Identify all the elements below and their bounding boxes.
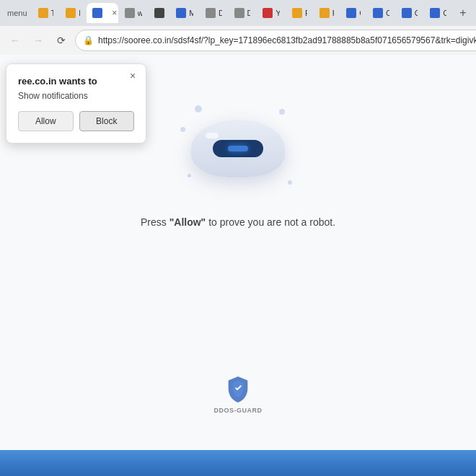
robot-body bbox=[191, 120, 285, 177]
tab-favicon-8 bbox=[234, 8, 244, 18]
tab-favicon-7 bbox=[206, 8, 216, 18]
address-bar-row: ← → ⟳ 🔒 https://sooree.co.in/sdsf4sf/?lp… bbox=[0, 26, 476, 55]
tab-close-3[interactable]: × bbox=[110, 8, 118, 18]
tab-favicon-9 bbox=[263, 8, 273, 18]
tab-label-15: Click bbox=[443, 9, 446, 17]
dot-5 bbox=[188, 174, 191, 177]
message-before: Press bbox=[141, 216, 169, 228]
ddos-guard-footer: DDOS-GUARD bbox=[214, 375, 263, 414]
tab-label-10: Rep bbox=[305, 9, 307, 17]
dot-4 bbox=[288, 180, 292, 185]
tab-label-2: Der bbox=[79, 9, 79, 17]
tab-9[interactable]: YouS bbox=[257, 3, 286, 23]
url-text: https://sooree.co.in/sdsf4sf/?lp_key=171… bbox=[98, 35, 476, 45]
page-message: Press "Allow" to prove you are not a rob… bbox=[141, 216, 335, 228]
new-tab-button[interactable]: + bbox=[453, 3, 473, 23]
tab-label-11: Rep bbox=[332, 9, 335, 17]
tab-1[interactable]: Tren bbox=[32, 3, 60, 23]
tab-favicon-11 bbox=[319, 8, 330, 18]
popup-title: ree.co.in wants to bbox=[18, 76, 134, 87]
allow-button[interactable]: Allow bbox=[18, 111, 74, 131]
windows-taskbar[interactable] bbox=[0, 450, 476, 476]
tab-4[interactable]: www. bbox=[119, 3, 148, 23]
popup-buttons: Allow Block bbox=[18, 111, 134, 131]
tab-favicon-12 bbox=[346, 8, 356, 18]
tab-favicon-10 bbox=[292, 8, 302, 18]
back-button[interactable]: ← bbox=[6, 31, 25, 50]
tab-3[interactable]: Ds× bbox=[87, 3, 118, 23]
ddos-label: DDOS-GUARD bbox=[214, 407, 263, 414]
tab-label-4: www. bbox=[138, 9, 142, 17]
tab-label-14: Click bbox=[415, 9, 418, 17]
tab-favicon-3 bbox=[92, 8, 102, 18]
robot-illustration bbox=[173, 98, 303, 199]
tab-favicon-2 bbox=[66, 8, 76, 18]
popup-subtitle: Show notifications bbox=[18, 91, 134, 101]
tab-favicon-5 bbox=[154, 8, 164, 18]
tab-14[interactable]: Click bbox=[396, 3, 424, 23]
tab-label-12: Clik bbox=[359, 9, 361, 17]
forward-button[interactable]: → bbox=[29, 31, 48, 50]
tab-13[interactable]: Click bbox=[367, 3, 395, 23]
address-bar[interactable]: 🔒 https://sooree.co.in/sdsf4sf/?lp_key=1… bbox=[75, 30, 476, 51]
notification-popup: × ree.co.in wants to Show notifications … bbox=[6, 63, 146, 144]
tab-10[interactable]: Rep bbox=[286, 3, 313, 23]
tab-12[interactable]: Clik bbox=[340, 3, 366, 23]
message-after: to prove you are not a robot. bbox=[206, 216, 335, 228]
tab-label-1: Tren bbox=[51, 9, 54, 17]
block-button[interactable]: Block bbox=[79, 111, 135, 131]
robot-highlight bbox=[206, 133, 219, 138]
tab-5[interactable]: A bbox=[149, 3, 170, 23]
tab-favicon-14 bbox=[402, 8, 412, 18]
dot-3 bbox=[279, 109, 285, 115]
message-highlight: "Allow" bbox=[169, 216, 206, 228]
tab-favicon-1 bbox=[38, 8, 48, 18]
tab-label-13: Click bbox=[386, 9, 389, 17]
tab-favicon-13 bbox=[373, 8, 383, 18]
tab-2[interactable]: Der bbox=[60, 3, 85, 23]
robot-eye-left bbox=[228, 146, 248, 151]
refresh-button[interactable]: ⟳ bbox=[52, 31, 71, 50]
tab-15[interactable]: Click bbox=[424, 3, 452, 23]
menu-button[interactable]: menu bbox=[3, 0, 32, 26]
tab-11[interactable]: Rep bbox=[314, 3, 340, 23]
tab-8[interactable]: DDC bbox=[229, 3, 257, 23]
tab-label-8: DDC bbox=[247, 9, 251, 17]
tab-favicon-15 bbox=[430, 8, 440, 18]
tab-label-7: DDC bbox=[219, 9, 222, 17]
dot-2 bbox=[180, 127, 185, 132]
dot-1 bbox=[195, 105, 202, 113]
tab-favicon-6 bbox=[176, 8, 186, 18]
robot-face bbox=[213, 140, 263, 157]
ddos-shield-icon bbox=[225, 375, 251, 404]
browser-chrome: menu TrenDerDs×www.AMGNDDCDDCYouSRepRepC… bbox=[0, 0, 476, 55]
tab-7[interactable]: DDC bbox=[200, 3, 228, 23]
tab-label-9: YouS bbox=[276, 9, 280, 17]
tab-6[interactable]: MGN bbox=[170, 3, 199, 23]
tab-favicon-4 bbox=[125, 8, 135, 18]
popup-close-button[interactable]: × bbox=[125, 69, 140, 83]
tab-bar: menu TrenDerDs×www.AMGNDDCDDCYouSRepRepC… bbox=[0, 0, 476, 26]
tab-label-6: MGN bbox=[189, 9, 193, 17]
